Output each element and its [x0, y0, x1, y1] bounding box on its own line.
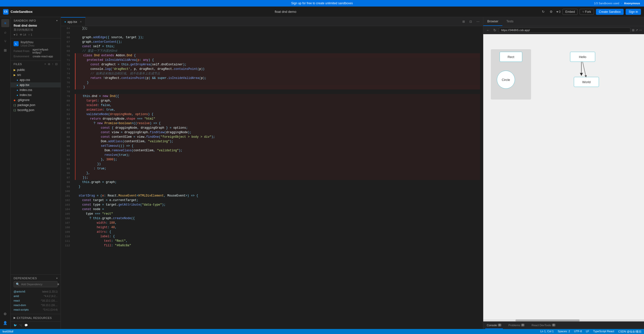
folder-icon: ▶	[14, 73, 16, 77]
code-line: validateNode(droppingNode, options) {	[75, 112, 480, 117]
nav-back-btn[interactable]: ←	[485, 28, 491, 33]
code-content: }); graph.addEdge({ source, target }); g…	[72, 26, 483, 248]
line-num: 79	[61, 94, 70, 99]
dep-name: react-dom	[14, 304, 26, 307]
node-circle[interactable]: Circle	[497, 71, 515, 89]
css-icon: ●	[17, 89, 18, 91]
file-tsconfig-json[interactable]: { } tsconfig.json	[11, 108, 61, 113]
git-icon: ◆	[14, 99, 16, 102]
fork-btn[interactable]: ⑂ Fork	[580, 9, 594, 15]
environment-value: create-react-app	[33, 55, 53, 58]
node-hello[interactable]: Hello	[570, 52, 595, 62]
tab-react-devtools[interactable]: React DevTools 0	[530, 322, 557, 329]
new-window-btn[interactable]: ⊞	[632, 28, 634, 32]
fullscreen-btn[interactable]: ⊡	[468, 19, 473, 24]
folder-label: src	[17, 73, 21, 77]
github-icon[interactable]: ⌥	[19, 324, 22, 327]
nav-refresh-btn[interactable]: ↻	[492, 28, 497, 33]
file-index-css[interactable]: ● index.css	[11, 87, 61, 92]
banner-right: 1/3 Sandboxes used · Anonymous	[594, 2, 640, 5]
sidebar-icon-user[interactable]: 👤	[1, 319, 9, 327]
line-num: 103	[61, 203, 70, 207]
dep-version: ^16.13.1 (16....	[41, 304, 58, 307]
author-section: L lloydzhou Lloyd Zhou Forked From aged-…	[11, 38, 61, 61]
code-line: this.dnd = new Dnd({	[75, 94, 480, 99]
likes-count: 0	[16, 33, 18, 36]
embed-btn[interactable]: Embed	[562, 9, 578, 15]
signin-btn[interactable]: Sign in	[626, 9, 641, 15]
node-rect[interactable]: Rect	[500, 52, 522, 62]
line-num: 112	[61, 243, 70, 248]
file-gitignore[interactable]: ◆ .gitignore	[11, 98, 61, 103]
external-resources-header[interactable]: ▶ External resources	[14, 316, 58, 319]
file-app-css[interactable]: ● app.css	[11, 77, 61, 82]
problems-badge: 0	[521, 324, 525, 326]
code-line	[75, 89, 480, 94]
scrollbar-horizontal[interactable]	[483, 319, 644, 321]
code-line: resolve(true);	[75, 153, 480, 157]
tab-problems[interactable]: Problems 0	[507, 322, 526, 329]
logo-icon: CS	[3, 9, 9, 15]
upload-icon[interactable]: ↑	[52, 62, 54, 66]
file-app-tsx[interactable]: ● app.tsx	[11, 82, 61, 87]
sandbox-info-header[interactable]: Sandbox Info ▾	[14, 19, 58, 22]
new-file-icon[interactable]: +	[44, 62, 46, 66]
tab-console[interactable]: Console 0	[485, 322, 503, 329]
discord-icon[interactable]: 💬	[24, 324, 28, 327]
dependencies-header[interactable]: Dependencies ▾	[14, 277, 58, 280]
settings-btn[interactable]: ⚙	[548, 9, 554, 15]
sidebar-icon-settings[interactable]: ⚙	[1, 310, 9, 318]
create-sandbox-btn[interactable]: Create Sandbox	[596, 9, 624, 15]
dep-search[interactable]: 🔍 ≡	[14, 281, 58, 287]
sidebar-icon-search[interactable]: ⌕	[1, 28, 9, 36]
line-num: 85	[61, 121, 70, 126]
views-count: 14	[23, 33, 26, 36]
chevron-down-icon: ▾	[56, 19, 58, 22]
more-btn[interactable]: ⋯	[475, 19, 481, 24]
code-line: animation: true,	[75, 108, 480, 112]
tab-app-tsx[interactable]: ● app.tsx ✕	[61, 17, 86, 26]
code-line: return !dragRect.containsPoint(p) && sup…	[75, 76, 480, 80]
node-world[interactable]: World	[574, 77, 599, 87]
new-folder-icon[interactable]: ⊕	[48, 62, 51, 66]
code-line: : true;	[75, 166, 480, 171]
twitter-icon[interactable]: 🐦	[14, 324, 17, 327]
dependencies-label: Dependencies	[14, 277, 37, 280]
dep-version: ^3.4.1 (3.4.4)	[43, 308, 58, 311]
sidebar-icon-git[interactable]: ⑂	[1, 37, 9, 45]
tab-close-icon[interactable]: ✕	[80, 20, 82, 23]
status-bar-right: Ln 1, Col 1 Spaces: 2 UTF-8 LF TypeScrip…	[540, 330, 641, 333]
external-link-btn[interactable]: ↗	[635, 28, 638, 32]
url-bar[interactable]	[499, 28, 630, 33]
collapse-icon[interactable]: ⊟	[55, 62, 58, 66]
line-num: 107	[61, 221, 70, 225]
line-num: 77	[61, 85, 70, 89]
files-header[interactable]: Files + ⊕ ↑ ⊟	[11, 61, 61, 67]
file-index-tsx[interactable]: ● index.tsx	[11, 92, 61, 98]
encoding-info: UTF-8	[574, 330, 582, 333]
refresh-btn[interactable]: ↻	[540, 9, 546, 15]
logo[interactable]: CS CodeSandbox	[3, 9, 32, 15]
main: ≡ ⌕ ⑂ ⊞ ⚙ 👤 Sandbox Info ▾ float dnd dem…	[0, 17, 644, 329]
environment-row: Environment create-react-app	[14, 55, 58, 58]
line-num: 108	[61, 225, 70, 230]
sidebar-icon-files[interactable]: ≡	[1, 19, 9, 27]
line-num: 81	[61, 103, 70, 108]
folder-src[interactable]: ▶ src	[11, 72, 61, 77]
code-line: this.graph = graph;	[75, 180, 480, 184]
tab-browser[interactable]: Browser	[483, 17, 502, 26]
more-browser-btn[interactable]: ⋯	[639, 28, 642, 32]
editor-wrapper[interactable]: 64 65 66 67 68 69 70 71 72 73 74 75 76 7…	[61, 26, 483, 329]
line-num: 73	[61, 67, 70, 71]
line-num: 101	[61, 194, 70, 198]
tab-tests[interactable]: Tests	[502, 17, 517, 26]
file-label: package.json	[17, 103, 35, 107]
sidebar-icon-extensions[interactable]: ⊞	[1, 46, 9, 54]
code-line: target: graph,	[75, 99, 480, 103]
dep-search-input[interactable]	[21, 283, 56, 286]
file-package-json[interactable]: { } package.json	[11, 103, 61, 108]
split-editor-btn[interactable]: ⊞	[461, 19, 466, 24]
folder-public[interactable]: ▶ public	[11, 67, 61, 72]
chevron-right-icon: ▶	[14, 316, 16, 319]
code-line: const self = this;	[75, 44, 480, 49]
